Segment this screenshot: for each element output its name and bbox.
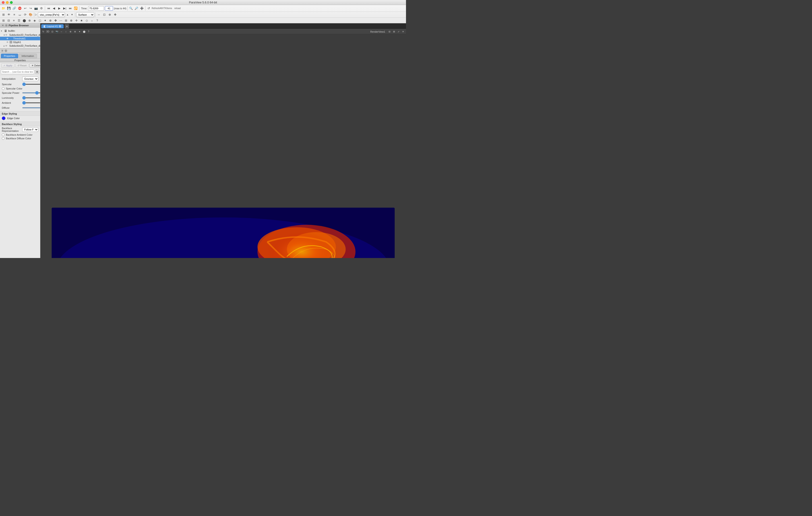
var-up-btn[interactable]: ▲	[65, 13, 69, 17]
filter-btn[interactable]: ⧢	[17, 12, 22, 17]
tb3-14[interactable]: ⊕	[69, 18, 74, 23]
var-down-btn[interactable]: ▼	[70, 13, 74, 17]
maximize-button[interactable]	[10, 1, 13, 4]
tree-item-surf[interactable]: ▸ 👁 Subduction2D_FreeSurface_direct_surf…	[0, 44, 40, 48]
zoom-in-btn[interactable]: 🔍	[128, 6, 134, 11]
tb3-9[interactable]: ✦	[42, 18, 48, 23]
time-input[interactable]	[88, 6, 104, 11]
select-btn[interactable]: ⊡	[102, 12, 107, 17]
tab-properties[interactable]: Properties	[1, 54, 18, 58]
representation-dropdown[interactable]: Surface	[76, 12, 94, 17]
connect-btn[interactable]: 🔗	[12, 6, 17, 11]
vp-btn-reset[interactable]: ⊡	[50, 30, 54, 34]
search-gear-btn[interactable]: ⚙	[35, 70, 39, 74]
vp-close[interactable]: ✕	[401, 30, 405, 34]
tb3-12[interactable]: ⋯	[58, 18, 63, 23]
vp-btn-9[interactable]: ✦	[78, 30, 82, 34]
eye-icon-4[interactable]: 👁	[5, 44, 7, 47]
loop-btn[interactable]: 🔁	[73, 6, 78, 11]
eye-btn-2[interactable]: 👁	[6, 12, 11, 17]
viewport-tab-layout1[interactable]: ◧ Layout #1 ✕	[41, 24, 64, 28]
props-close-btn[interactable]: ✕	[1, 50, 4, 52]
move-btn[interactable]: ✥	[113, 12, 118, 17]
undo-btn[interactable]: ↩	[23, 6, 28, 11]
eye-icon-1[interactable]: 👁	[5, 34, 7, 36]
save-btn[interactable]: 💾	[6, 6, 11, 11]
vp-maximize[interactable]: ⤢	[397, 30, 401, 34]
ambient-slider[interactable]	[22, 102, 40, 103]
luminosity-slider[interactable]	[22, 97, 40, 98]
tree-item-threshold1[interactable]: 👁 Threshold1	[0, 37, 40, 40]
search-input[interactable]	[1, 69, 34, 74]
tb3-16[interactable]: ★	[79, 18, 84, 23]
tb3-3[interactable]: ≡	[11, 18, 16, 23]
reset-button[interactable]: ↺ Reset	[16, 63, 29, 68]
backface-ambient-radio[interactable]	[2, 133, 4, 136]
tb3-8[interactable]: ◻	[37, 18, 42, 23]
open-file-btn[interactable]: 📁	[1, 6, 6, 11]
tb3-15[interactable]: ✛	[74, 18, 79, 23]
eye-icon-3[interactable]: 👁	[6, 41, 9, 43]
vp-btn-3d[interactable]: 3D	[46, 30, 50, 34]
next-frame-btn[interactable]: ▶|	[62, 6, 67, 11]
play-btn[interactable]: ▶	[57, 6, 62, 11]
vp-btn-6[interactable]: ↕	[64, 30, 68, 34]
diffuse-slider[interactable]	[22, 108, 40, 108]
frame-input[interactable]	[105, 6, 113, 11]
tb3-11[interactable]: ✤	[53, 18, 58, 23]
tb3-10[interactable]: ⊕	[48, 18, 53, 23]
tb3-18[interactable]: ⬦	[89, 18, 94, 23]
apply-button[interactable]: ✓ Apply	[1, 63, 14, 68]
refresh-all-btn[interactable]: ↺	[146, 6, 151, 11]
panel-min-btn[interactable]: −	[5, 24, 8, 27]
interpolation-dropdown[interactable]: Gouraud	[22, 77, 38, 81]
tree-item-builtin[interactable]: ▾ 🖥 builtin:	[0, 29, 40, 33]
tb3-13[interactable]: ⊞	[63, 18, 68, 23]
vp-btn-1[interactable]: ↻	[41, 30, 45, 34]
select-pts-btn[interactable]: ⊕	[107, 12, 112, 17]
last-frame-btn[interactable]: ⏭	[68, 6, 73, 11]
tb3-6[interactable]: ⊗	[27, 18, 32, 23]
viewport-tab-close[interactable]: ✕	[59, 25, 61, 28]
refresh-label[interactable]: RefreshAllVTKItems	[152, 7, 172, 9]
camera-btn[interactable]: 📷	[33, 6, 38, 11]
add-btn[interactable]: ➕	[139, 6, 144, 11]
layers-btn[interactable]: ≡	[12, 12, 17, 17]
specular-slider[interactable]	[22, 84, 40, 85]
zoom-out-btn[interactable]: 🔎	[134, 6, 139, 11]
tree-item-glyph1[interactable]: 👁 Glyph1	[0, 40, 40, 44]
vp-btn-7[interactable]: ⊕	[68, 30, 72, 34]
vp-btn-10[interactable]: ⬤	[82, 30, 86, 34]
vp-btn-5[interactable]: ↔	[59, 30, 63, 34]
vp-btn-8[interactable]: ⊗	[73, 30, 77, 34]
grid-btn[interactable]: ⊞	[1, 12, 6, 17]
specular-color-radio[interactable]	[2, 87, 4, 90]
tree-item-file1[interactable]: ▾ 👁 Subduction2D_FreeSurface_direct.pvd	[0, 33, 40, 37]
add-layout-btn[interactable]: +	[64, 24, 69, 29]
props-min-btn[interactable]: −	[4, 50, 7, 52]
tb3-5[interactable]: ⬤	[22, 18, 27, 23]
backface-diffuse-radio[interactable]	[2, 137, 4, 140]
reload-label[interactable]: reload	[174, 7, 181, 9]
close-button[interactable]	[2, 1, 4, 4]
edge-color-swatch[interactable]	[2, 116, 5, 120]
first-frame-btn[interactable]: ⏮	[46, 6, 51, 11]
minimize-button[interactable]	[6, 1, 9, 4]
tb3-2[interactable]: ⊟	[6, 18, 11, 23]
redo-btn[interactable]: ↪	[28, 6, 33, 11]
prev-frame-btn[interactable]: ◀	[52, 6, 56, 11]
tb3-4[interactable]: ☰	[17, 18, 22, 23]
disconnect-btn[interactable]: ⛔	[17, 6, 22, 11]
vp-split-v[interactable]: ⊞	[392, 30, 396, 34]
backface-rep-dropdown[interactable]: Follow Frontface	[22, 127, 38, 132]
interact-btn[interactable]: ↔	[96, 12, 101, 17]
eye-icon-2[interactable]: 👁	[6, 37, 9, 40]
viewport-content[interactable]: visc_creep (Pa*s) 2.1e+01 21 21.4 21.8 2…	[40, 34, 406, 258]
tb3-7[interactable]: ◈	[32, 18, 37, 23]
settings-btn[interactable]: ⚙	[39, 6, 44, 11]
tb3-1[interactable]: ⊞	[1, 18, 6, 23]
tab-information[interactable]: Information	[19, 54, 37, 58]
vp-btn-help[interactable]: ?	[87, 30, 91, 34]
panel-close-btn[interactable]: ✕	[1, 24, 4, 27]
vp-split-h[interactable]: ⊟	[387, 30, 392, 34]
